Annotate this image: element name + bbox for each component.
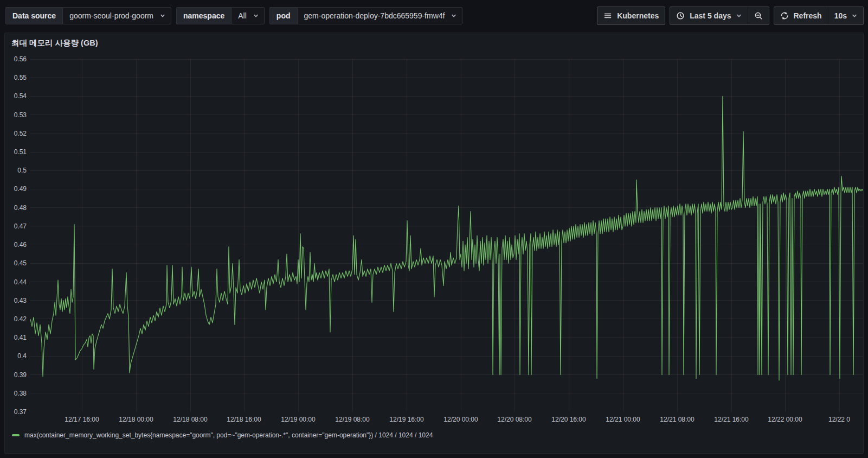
x-axis-tick-label: 12/20 16:00	[551, 416, 586, 423]
time-range-button[interactable]: Last 5 days	[670, 7, 747, 24]
y-axis-tick-label: 0.49	[5, 185, 27, 193]
y-axis-tick-label: 0.37	[5, 408, 27, 416]
pod-select[interactable]: gem-operation-deploy-7bdc665959-fmw4f	[297, 7, 463, 24]
kubernetes-button-label: Kubernetes	[617, 11, 659, 20]
namespace-value: All	[238, 11, 247, 20]
refresh-button[interactable]: Refresh	[774, 7, 828, 24]
chevron-down-icon	[736, 13, 742, 18]
toolbar-actions: Kubernetes Last 5 days	[597, 7, 864, 25]
refresh-button-label: Refresh	[794, 11, 822, 20]
y-axis-tick-label: 0.38	[5, 390, 27, 397]
x-axis-tick-label: 12/19 00:00	[281, 416, 315, 423]
legend-item[interactable]: max(container_memory_working_set_bytes{n…	[12, 431, 433, 439]
x-axis-tick-label: 12/21 16:00	[714, 416, 748, 423]
y-axis-tick-label: 0.52	[5, 130, 27, 137]
x-axis-tick-label: 12/17 16:00	[65, 416, 99, 423]
panel-title[interactable]: 최대 메모리 사용량 (GB)	[11, 38, 98, 48]
x-axis-tick-label: 12/22 0	[828, 416, 850, 423]
y-axis-tick-label: 0.51	[5, 148, 27, 156]
y-axis-tick-label: 0.54	[5, 92, 27, 100]
y-axis-tick-label: 0.43	[5, 297, 27, 304]
y-axis-tick-label: 0.47	[5, 222, 27, 230]
zoom-out-icon	[754, 11, 763, 20]
y-axis-tick-label: 0.5	[5, 167, 27, 174]
namespace-select[interactable]: All	[231, 7, 265, 24]
pod-variable: pod gem-operation-deploy-7bdc665959-fmw4…	[269, 7, 463, 24]
chevron-down-icon	[451, 13, 456, 18]
y-axis-tick-label: 0.39	[5, 371, 27, 379]
datasource-variable: Data source goorm-seoul-prod-goorm	[5, 7, 171, 24]
namespace-label: namespace	[176, 7, 231, 24]
x-axis-tick-label: 12/21 08:00	[660, 416, 694, 423]
x-axis-tick-label: 12/20 08:00	[497, 416, 531, 423]
time-range-label: Last 5 days	[690, 11, 731, 20]
datasource-label: Data source	[5, 7, 62, 24]
pod-label: pod	[269, 7, 297, 24]
refresh-group: Refresh 10s	[774, 7, 864, 25]
y-axis-tick-label: 0.41	[5, 334, 27, 341]
y-axis-tick-label: 0.42	[5, 315, 27, 323]
timeseries-plot[interactable]	[30, 59, 863, 412]
chevron-down-icon	[852, 13, 857, 18]
y-axis-tick-label: 0.44	[5, 278, 27, 286]
namespace-variable: namespace All	[176, 7, 265, 24]
kubernetes-button-group: Kubernetes	[597, 7, 665, 25]
y-axis-tick-label: 0.53	[5, 111, 27, 119]
x-axis-tick-label: 12/19 16:00	[389, 416, 423, 423]
x-axis-tick-label: 12/19 08:00	[335, 416, 369, 423]
dashboard-toolbar: Data source goorm-seoul-prod-goorm names…	[0, 0, 868, 31]
y-axis-tick-label: 0.4	[5, 352, 27, 360]
time-picker-group: Last 5 days	[670, 7, 769, 25]
x-axis-tick-label: 12/18 16:00	[227, 416, 261, 423]
pod-value: gem-operation-deploy-7bdc665959-fmw4f	[304, 11, 445, 20]
x-axis-tick-label: 12/18 00:00	[119, 416, 153, 423]
memory-usage-panel: 최대 메모리 사용량 (GB) max(container_memory_wor…	[4, 33, 864, 454]
legend-label: max(container_memory_working_set_bytes{n…	[24, 431, 433, 439]
kubernetes-button[interactable]: Kubernetes	[597, 7, 665, 24]
x-axis-tick-label: 12/22 00:00	[768, 416, 802, 423]
y-axis-tick-label: 0.46	[5, 241, 27, 249]
y-axis-tick-label: 0.56	[5, 55, 27, 63]
datasource-value: goorm-seoul-prod-goorm	[69, 11, 153, 20]
variable-filters: Data source goorm-seoul-prod-goorm names…	[5, 7, 462, 24]
x-axis-tick-label: 12/18 08:00	[173, 416, 207, 423]
chevron-down-icon	[253, 13, 259, 18]
refresh-icon	[780, 11, 789, 20]
y-axis-tick-label: 0.55	[5, 74, 27, 81]
clock-icon	[676, 11, 685, 20]
zoom-out-button[interactable]	[748, 7, 769, 24]
menu-icon	[603, 11, 612, 20]
series-color-marker	[12, 434, 20, 436]
chevron-down-icon	[160, 13, 165, 18]
x-axis-tick-label: 12/20 00:00	[443, 416, 478, 423]
x-axis-tick-label: 12/21 00:00	[606, 416, 640, 423]
refresh-interval-value: 10s	[834, 11, 847, 20]
y-axis-tick-label: 0.45	[5, 259, 27, 267]
refresh-interval-select[interactable]: 10s	[828, 7, 863, 24]
y-axis-tick-label: 0.48	[5, 204, 27, 212]
datasource-select[interactable]: goorm-seoul-prod-goorm	[62, 7, 171, 24]
